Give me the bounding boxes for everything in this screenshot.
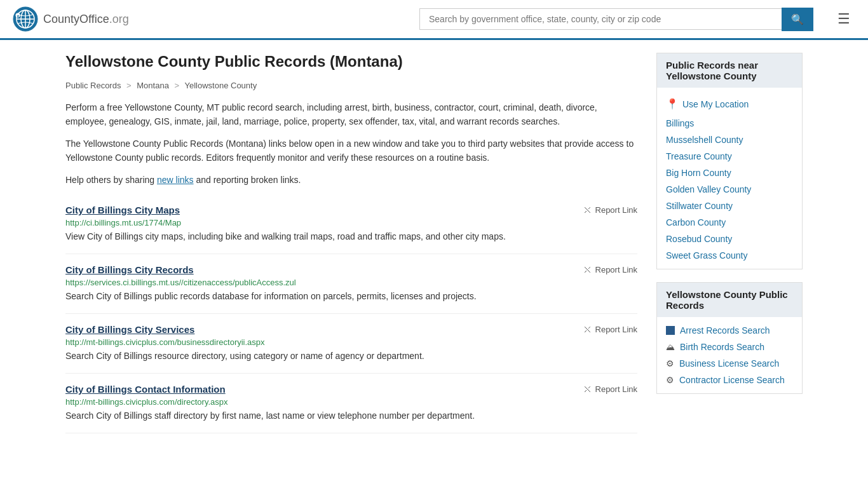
nearby-link-6[interactable]: Carbon County <box>666 217 726 227</box>
record-item: City of Billings Contact Information ⛌ R… <box>65 374 637 433</box>
record-header: City of Billings City Maps ⛌ Report Link <box>65 205 637 215</box>
breadcrumb-sep-1: > <box>126 81 132 90</box>
record-url[interactable]: http://ci.billings.mt.us/1774/Map <box>65 218 637 227</box>
gear-icon: ⚙ <box>666 358 674 369</box>
record-item: City of Billings City Services ⛌ Report … <box>65 314 637 374</box>
breadcrumb-montana[interactable]: Montana <box>137 81 169 90</box>
yellowstone-record-link-2[interactable]: Business License Search <box>679 358 779 369</box>
record-url[interactable]: http://mt-billings.civicplus.com/directo… <box>65 397 637 407</box>
yellowstone-record-link-1[interactable]: Birth Records Search <box>680 342 764 352</box>
nearby-link-item: Carbon County <box>657 214 802 231</box>
nearby-link-item: Sweet Grass County <box>657 247 802 264</box>
menu-button[interactable]: ☰ <box>832 8 855 30</box>
nearby-header: Public Records near Yellowstone County <box>657 53 802 88</box>
report-icon-0: ⛌ <box>583 205 593 215</box>
sidebar: Public Records near Yellowstone County 📍… <box>656 53 803 433</box>
search-button[interactable]: 🔍 <box>782 8 813 31</box>
yellowstone-record-item: ⚙Business License Search <box>657 355 802 372</box>
square-icon <box>666 326 675 335</box>
nearby-link-7[interactable]: Rosebud County <box>666 234 732 244</box>
nearby-link-item: Rosebud County <box>657 231 802 247</box>
site-header: ★ CountyOffice.org 🔍 ☰ <box>0 0 868 40</box>
nearby-link-item: Golden Valley County <box>657 181 802 198</box>
nearby-link-4[interactable]: Golden Valley County <box>666 184 751 194</box>
report-icon-3: ⛌ <box>583 384 593 395</box>
record-description: Search City of Billings resource directo… <box>65 349 637 363</box>
record-description: Search City of Billings staff directory … <box>65 409 637 423</box>
yellowstone-record-item: ⛰Birth Records Search <box>657 339 802 355</box>
record-title[interactable]: City of Billings City Maps <box>65 205 180 215</box>
yellowstone-records-header: Yellowstone County Public Records <box>657 283 802 317</box>
breadcrumb-sep-2: > <box>175 81 180 90</box>
nearby-links: BillingsMusselshell CountyTreasure Count… <box>657 115 802 264</box>
records-list: City of Billings City Maps ⛌ Report Link… <box>65 194 637 433</box>
search-bar: 🔍 <box>419 8 813 31</box>
page-title: Yellowstone County Public Records (Monta… <box>65 53 637 71</box>
logo-icon: ★ <box>13 6 38 32</box>
nearby-link-item: Treasure County <box>657 148 802 165</box>
yellowstone-record-item: Arrest Records Search <box>657 322 802 339</box>
nearby-link-0[interactable]: Billings <box>666 118 694 128</box>
record-description: View City of Billings city maps, includi… <box>65 230 637 243</box>
new-links-link[interactable]: new links <box>157 175 194 185</box>
content-area: Yellowstone County Public Records (Monta… <box>65 53 637 433</box>
nearby-link-3[interactable]: Big Horn County <box>666 168 731 178</box>
site-logo[interactable]: ★ CountyOffice.org <box>13 6 129 32</box>
record-title[interactable]: City of Billings City Records <box>65 264 194 275</box>
description-1: Perform a free Yellowstone County, MT pu… <box>65 100 637 129</box>
record-url[interactable]: https://services.ci.billings.mt.us//citi… <box>65 278 637 287</box>
description-2: The Yellowstone County Public Records (M… <box>65 137 637 165</box>
breadcrumb-yellowstone[interactable]: Yellowstone County <box>184 81 257 90</box>
nearby-link-item: Musselshell County <box>657 132 802 148</box>
search-input[interactable] <box>419 8 782 30</box>
nearby-link-item: Stillwater County <box>657 198 802 214</box>
nearby-link-2[interactable]: Treasure County <box>666 151 732 161</box>
breadcrumb: Public Records > Montana > Yellowstone C… <box>65 81 637 90</box>
yellowstone-records-items: Arrest Records Search⛰Birth Records Sear… <box>657 322 802 388</box>
location-icon: 📍 <box>666 98 679 110</box>
nearby-link-8[interactable]: Sweet Grass County <box>666 250 747 261</box>
yellowstone-records-list: Arrest Records Search⛰Birth Records Sear… <box>657 317 802 393</box>
report-link-1[interactable]: ⛌ Report Link <box>583 264 637 275</box>
yellowstone-records-section: Yellowstone County Public Records Arrest… <box>656 282 803 394</box>
logo-wordmark: CountyOffice.org <box>43 13 129 26</box>
yellowstone-record-link-0[interactable]: Arrest Records Search <box>680 325 770 336</box>
use-my-location[interactable]: 📍 Use My Location <box>657 93 802 115</box>
report-link-2[interactable]: ⛌ Report Link <box>583 324 637 335</box>
record-item: City of Billings City Records ⛌ Report L… <box>65 254 637 314</box>
record-title[interactable]: City of Billings City Services <box>65 324 194 335</box>
report-icon-2: ⛌ <box>583 324 593 335</box>
yellowstone-record-item: ⚙Contractor License Search <box>657 372 802 388</box>
nearby-section: Public Records near Yellowstone County 📍… <box>656 53 803 269</box>
nearby-link-item: Big Horn County <box>657 165 802 181</box>
report-icon-1: ⛌ <box>583 264 593 275</box>
record-header: City of Billings Contact Information ⛌ R… <box>65 384 637 395</box>
description-3: Help others by sharing new links and rep… <box>65 173 637 187</box>
yellowstone-record-link-3[interactable]: Contractor License Search <box>679 375 785 385</box>
record-description: Search City of Billings public records d… <box>65 290 637 303</box>
nearby-list: 📍 Use My Location BillingsMusselshell Co… <box>657 88 802 269</box>
record-title[interactable]: City of Billings Contact Information <box>65 384 226 395</box>
main-container: Yellowstone County Public Records (Monta… <box>53 40 815 446</box>
record-header: City of Billings City Records ⛌ Report L… <box>65 264 637 275</box>
record-header: City of Billings City Services ⛌ Report … <box>65 324 637 335</box>
record-item: City of Billings City Maps ⛌ Report Link… <box>65 194 637 254</box>
nearby-link-item: Billings <box>657 115 802 132</box>
nearby-link-5[interactable]: Stillwater County <box>666 201 733 211</box>
report-link-3[interactable]: ⛌ Report Link <box>583 384 637 395</box>
record-url[interactable]: http://mt-billings.civicplus.com/busines… <box>65 337 637 347</box>
nearby-link-1[interactable]: Musselshell County <box>666 135 743 145</box>
report-link-0[interactable]: ⛌ Report Link <box>583 205 637 215</box>
gear-icon: ⚙ <box>666 375 674 385</box>
breadcrumb-public-records[interactable]: Public Records <box>65 81 121 90</box>
person-icon: ⛰ <box>666 342 675 352</box>
